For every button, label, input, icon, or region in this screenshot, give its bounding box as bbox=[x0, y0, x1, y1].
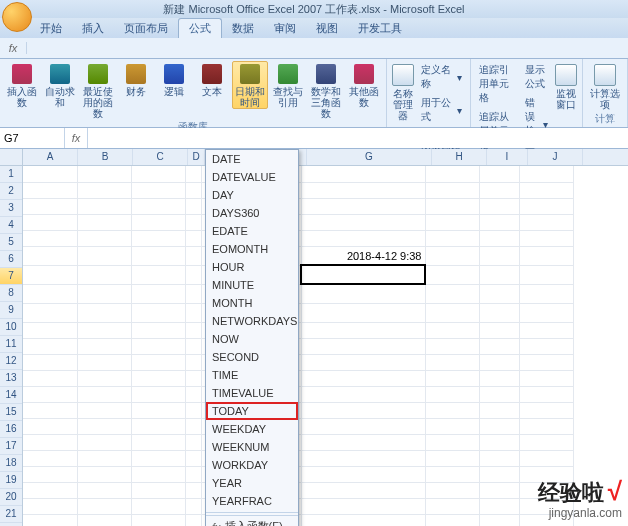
cell[interactable] bbox=[77, 322, 131, 338]
cell[interactable] bbox=[425, 198, 479, 214]
cell[interactable] bbox=[519, 386, 573, 402]
cell[interactable] bbox=[77, 214, 131, 230]
cell[interactable] bbox=[131, 498, 185, 514]
cell[interactable] bbox=[131, 303, 185, 322]
cell[interactable] bbox=[425, 303, 479, 322]
tab-insert[interactable]: 插入 bbox=[72, 19, 114, 38]
cell[interactable] bbox=[301, 482, 425, 498]
cell[interactable] bbox=[425, 166, 479, 182]
office-button[interactable] bbox=[2, 2, 32, 32]
cell[interactable] bbox=[23, 418, 77, 434]
formula-input[interactable] bbox=[88, 128, 628, 148]
cell[interactable] bbox=[301, 466, 425, 482]
column-header[interactable]: I bbox=[487, 149, 528, 165]
row-header[interactable]: 1 bbox=[0, 166, 22, 183]
row-header[interactable]: 21 bbox=[0, 506, 22, 523]
cell[interactable] bbox=[131, 284, 185, 303]
cell[interactable] bbox=[77, 370, 131, 386]
cell[interactable] bbox=[23, 386, 77, 402]
cell[interactable] bbox=[185, 214, 201, 230]
cell[interactable] bbox=[23, 214, 77, 230]
row-header[interactable]: 7 bbox=[0, 268, 22, 285]
cell[interactable] bbox=[425, 338, 479, 354]
column-header[interactable]: G bbox=[307, 149, 432, 165]
tab-formulas[interactable]: 公式 bbox=[178, 18, 222, 38]
cell[interactable] bbox=[23, 284, 77, 303]
cell[interactable] bbox=[185, 246, 201, 265]
cell[interactable] bbox=[519, 322, 573, 338]
cell[interactable] bbox=[425, 214, 479, 230]
cell[interactable] bbox=[23, 354, 77, 370]
cell[interactable] bbox=[185, 198, 201, 214]
cell[interactable] bbox=[23, 338, 77, 354]
cell[interactable] bbox=[425, 322, 479, 338]
tab-review[interactable]: 审阅 bbox=[264, 19, 306, 38]
row-header[interactable]: 18 bbox=[0, 455, 22, 472]
cell[interactable] bbox=[185, 434, 201, 450]
item-define-name[interactable]: 定义名称 ▾ bbox=[417, 61, 466, 93]
cell[interactable] bbox=[519, 402, 573, 418]
cell[interactable] bbox=[479, 498, 519, 514]
cell[interactable] bbox=[23, 498, 77, 514]
row-header[interactable]: 3 bbox=[0, 200, 22, 217]
cell[interactable] bbox=[185, 482, 201, 498]
cell[interactable] bbox=[425, 370, 479, 386]
tab-developer[interactable]: 开发工具 bbox=[348, 19, 412, 38]
cell[interactable] bbox=[479, 514, 519, 526]
cell[interactable] bbox=[77, 402, 131, 418]
row-header[interactable]: 14 bbox=[0, 387, 22, 404]
cell[interactable] bbox=[479, 434, 519, 450]
cell[interactable] bbox=[23, 182, 77, 198]
cell[interactable] bbox=[425, 265, 479, 284]
cell[interactable] bbox=[131, 265, 185, 284]
tab-pagelayout[interactable]: 页面布局 bbox=[114, 19, 178, 38]
name-box[interactable]: G7 bbox=[0, 128, 65, 148]
cell[interactable] bbox=[185, 265, 201, 284]
cell[interactable] bbox=[185, 386, 201, 402]
cell[interactable] bbox=[301, 214, 425, 230]
row-header[interactable]: 17 bbox=[0, 438, 22, 455]
cell[interactable] bbox=[23, 370, 77, 386]
row-header[interactable]: 6 bbox=[0, 251, 22, 268]
column-header[interactable]: H bbox=[432, 149, 487, 165]
cell[interactable] bbox=[519, 338, 573, 354]
cell[interactable] bbox=[131, 246, 185, 265]
cell[interactable] bbox=[425, 402, 479, 418]
column-header[interactable]: B bbox=[78, 149, 133, 165]
cell[interactable] bbox=[77, 514, 131, 526]
dropdown-item-days360[interactable]: DAYS360 bbox=[206, 204, 298, 222]
cell[interactable] bbox=[425, 514, 479, 526]
btn-logical[interactable]: 逻辑 bbox=[156, 61, 192, 98]
btn-recently-used[interactable]: 最近使用的函数 bbox=[80, 61, 116, 120]
cell[interactable] bbox=[301, 284, 425, 303]
row-header[interactable]: 15 bbox=[0, 404, 22, 421]
row-header[interactable]: 10 bbox=[0, 319, 22, 336]
cell[interactable] bbox=[519, 214, 573, 230]
dropdown-item-time[interactable]: TIME bbox=[206, 366, 298, 384]
dropdown-item-month[interactable]: MONTH bbox=[206, 294, 298, 312]
cell[interactable] bbox=[479, 284, 519, 303]
cell[interactable] bbox=[301, 230, 425, 246]
row-header[interactable]: 8 bbox=[0, 285, 22, 302]
cell[interactable] bbox=[301, 386, 425, 402]
cell[interactable] bbox=[479, 246, 519, 265]
dropdown-item-hour[interactable]: HOUR bbox=[206, 258, 298, 276]
cell[interactable] bbox=[185, 354, 201, 370]
cell[interactable] bbox=[479, 370, 519, 386]
cell[interactable] bbox=[131, 354, 185, 370]
cell[interactable] bbox=[301, 322, 425, 338]
dropdown-item-now[interactable]: NOW bbox=[206, 330, 298, 348]
row-header[interactable]: 2 bbox=[0, 183, 22, 200]
btn-watch-window[interactable]: 监视窗口 bbox=[554, 61, 578, 111]
cell[interactable] bbox=[131, 482, 185, 498]
btn-date-time[interactable]: 日期和时间 bbox=[232, 61, 268, 109]
cell[interactable] bbox=[425, 230, 479, 246]
cell[interactable] bbox=[479, 265, 519, 284]
cell[interactable] bbox=[425, 354, 479, 370]
cell[interactable] bbox=[23, 303, 77, 322]
btn-insert-function[interactable]: 插入函数 bbox=[4, 61, 40, 109]
dropdown-item-weekday[interactable]: WEEKDAY bbox=[206, 420, 298, 438]
dropdown-item-eomonth[interactable]: EOMONTH bbox=[206, 240, 298, 258]
cell[interactable] bbox=[479, 303, 519, 322]
cell[interactable] bbox=[131, 434, 185, 450]
